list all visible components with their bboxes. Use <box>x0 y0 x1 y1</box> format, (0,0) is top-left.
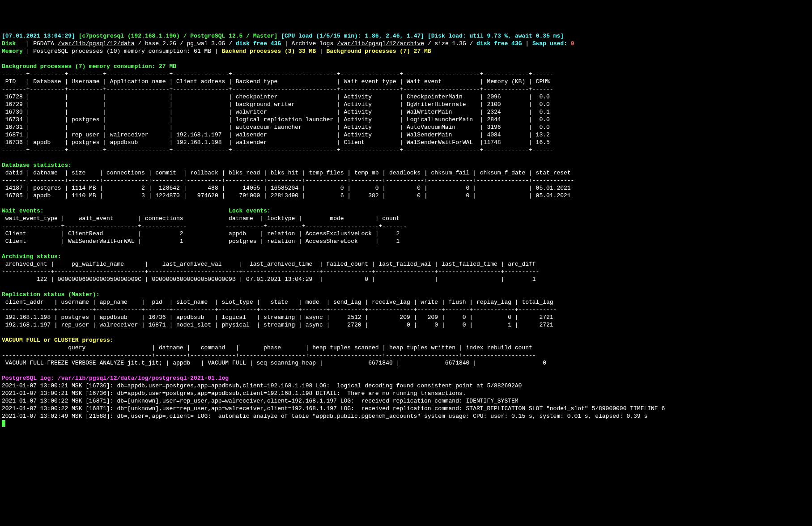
archiving-title: Archiving status: <box>2 253 61 260</box>
log-line: 2021-01-07 13:00:21 MSK [16736]: db=appd… <box>2 382 522 389</box>
table-row: 16730 | | | | | walwriter | Activity | W… <box>2 109 550 115</box>
db-stats-title: Database statistics: <box>2 162 72 169</box>
table-row: 16729 | | | | | background writer | Acti… <box>2 101 550 108</box>
backend-mem: Backend processes (3) 33 MB <box>222 48 316 55</box>
host-info: [c7postgresql (192.168.1.196) / PostgreS… <box>79 33 278 39</box>
repl-table-header: client_addr | username | app_name | pid … <box>2 299 553 305</box>
background-mem: Background processes (7) 27 MB <box>327 48 431 55</box>
bg-table-sep: -------+----------+----------+----------… <box>2 71 553 77</box>
arch-path: /var/lib/pgsql/12/archive <box>337 40 424 47</box>
table-row: 16728 | | | | | checkpointer | Activity … <box>2 93 550 100</box>
lock-events-title: Lock events: <box>229 208 271 214</box>
log-path: /var/lib/pgsql/12/data/log/postgresql-20… <box>58 375 229 382</box>
arch-size: size 1.3G <box>434 40 466 47</box>
swap-label: Swap used: <box>532 40 567 47</box>
timestamp: [07.01.2021 13:04:29] <box>2 33 75 39</box>
terminal-output: [07.01.2021 13:04:29] [c7postgresql (192… <box>2 32 810 428</box>
table-row: 122 | 00000006000000050000009C | 0000000… <box>2 276 536 283</box>
table-row: Client | WalSenderWaitForWAL | 1 <box>2 238 183 245</box>
bg-table-sep: -------+----------+----------+----------… <box>2 86 553 93</box>
table-row: Client | ClientRead | 2 <box>2 230 183 237</box>
table-row: 192.168.1.198 | postgres | appdbsub | 16… <box>2 314 553 321</box>
cursor <box>2 420 5 427</box>
table-row: 16731 | | | | | autovacuum launcher | Ac… <box>2 124 550 131</box>
arch-table-sep: --------------+-------------------------… <box>2 268 539 275</box>
bg-procs-title: Background processes (7) memory consumpt… <box>2 63 176 70</box>
pgwal-size: pg_wal 3.0G <box>187 40 225 47</box>
db-table-header: datid | datname | size | connections | c… <box>2 170 571 176</box>
table-row: 16785 | appdb | 1110 MB | 3 | 1224870 | … <box>2 192 571 199</box>
table-row: appdb | relation | AccessExclusiveLock |… <box>222 230 400 237</box>
table-row: VACUUM FULL FREEZE VERBOSE ANALYZE jit.t… <box>2 360 546 366</box>
pgdata-label: PGDATA <box>33 40 54 47</box>
log-line: 2021-01-07 13:00:22 MSK [16871]: db=[unk… <box>2 398 519 404</box>
log-line: 2021-01-07 13:00:22 MSK [16871]: db=[unk… <box>2 405 665 412</box>
memory-label: Memory <box>2 48 23 55</box>
arch-label: Archive logs <box>292 40 334 47</box>
disk-label: Disk <box>2 40 16 47</box>
vac-table-sep: ----------------------------------------… <box>2 352 536 359</box>
cpu-load: [CPU load (1/5/15 min): 1.86, 2.46, 1.47… <box>281 33 424 39</box>
log-title: PostgreSQL log: /var/lib/pgsql/12/data/l… <box>2 375 229 382</box>
disk-load: [Disk load: util 9.73 %, await 0.35 ms] <box>428 33 564 39</box>
pg-procs-mem: PostgreSQL processes (10) memory consump… <box>33 48 211 55</box>
wait-table-sep: -----------------+---------------------+… <box>2 223 187 229</box>
table-row: 16736 | appdb | postgres | appdbsub | 19… <box>2 139 550 146</box>
log-line: 2021-01-07 13:00:21 MSK [16736]: db=appd… <box>2 390 466 397</box>
vacuum-title: VACUUM FULL or CLUSTER progress: <box>2 337 114 344</box>
table-row: postgres | relation | AccessShareLock | … <box>222 238 400 245</box>
lock-table-header: datname | locktype | mode | count <box>222 215 400 222</box>
arch-table-header: archived_cnt | pg_walfile_name | last_ar… <box>2 261 536 267</box>
bg-table-header: PID | Database | Username | Application … <box>2 78 550 85</box>
replication-title: Replication status (Master): <box>2 291 99 298</box>
disk-free: disk free 43G <box>236 40 281 47</box>
table-row: 14187 | postgres | 1114 MB | 2 | 128642 … <box>2 185 571 191</box>
wait-table-header: wait_event_type | wait_event | connectio… <box>2 215 183 222</box>
table-row: 192.168.1.197 | rep_user | walreceiver |… <box>2 322 553 328</box>
repl-table-sep: ---------------+----------+-------------… <box>2 306 557 313</box>
pgdata-path: /var/lib/pgsql/12/data <box>58 40 135 47</box>
db-table-sep: -------+----------+---------+-----------… <box>2 177 574 184</box>
log-line: 2021-01-07 13:02:49 MSK [21588]: db=,use… <box>2 413 647 420</box>
lock-table-sep: -----------+----------+-----------------… <box>225 223 407 229</box>
arch-free: disk free 43G <box>476 40 522 47</box>
table-row: 16871 | | rep_user | walreceiver | 192.1… <box>2 132 550 138</box>
base-size: base 2.2G <box>145 40 176 47</box>
wait-events-title: Wait events: <box>2 208 44 214</box>
vac-table-header: query | datname | command | phase | heap… <box>2 344 532 351</box>
bg-table-sep: -------+----------+----------+----------… <box>2 147 553 153</box>
swap-value: 0 <box>571 40 574 47</box>
table-row: 16734 | | postgres | | | logical replica… <box>2 116 550 123</box>
